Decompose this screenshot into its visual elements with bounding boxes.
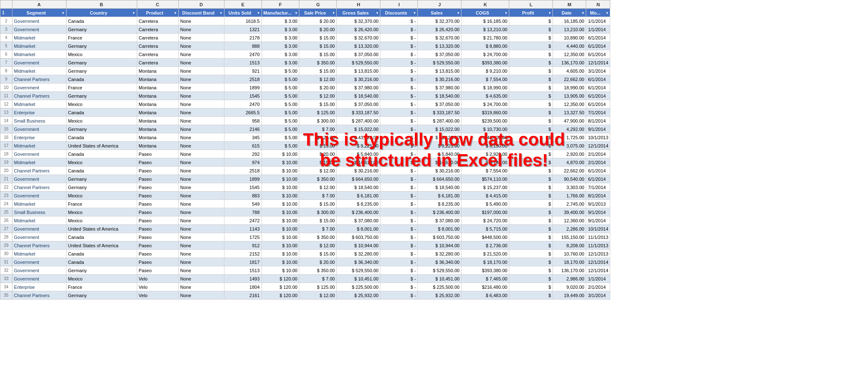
cell-5[interactable]: $ 5.00 — [261, 75, 299, 84]
cell-8[interactable]: $ - — [380, 125, 418, 133]
col-letter-F[interactable]: F — [261, 0, 299, 9]
cell-12[interactable]: 3,075.00 — [553, 142, 586, 150]
cell-13[interactable]: 6/1/2014 — [586, 84, 610, 92]
cell-10[interactable]: $ 18,170.00 — [461, 258, 509, 266]
cell-0[interactable]: Small Business — [12, 208, 66, 216]
cell-3[interactable]: None — [178, 250, 224, 258]
cell-2[interactable]: Montana — [137, 84, 178, 92]
cell-1[interactable]: Germany — [66, 183, 137, 192]
cell-10[interactable]: $ 2,920.00 — [461, 150, 509, 158]
cell-7[interactable]: $ 32,670.00 — [337, 34, 380, 42]
cell-8[interactable]: $ - — [380, 250, 418, 258]
cell-10[interactable]: $319,860.00 — [461, 108, 509, 117]
col-letter-I[interactable]: I — [380, 0, 418, 9]
cell-11[interactable]: $ — [509, 250, 553, 258]
cell-13[interactable]: 10/1/2013 — [586, 133, 610, 142]
cell-10[interactable]: $ 8,880.00 — [461, 42, 509, 50]
cell-13[interactable]: 6/1/2014 — [586, 92, 610, 100]
cell-7[interactable]: $ 5,840.00 — [337, 150, 380, 158]
cell-3[interactable]: None — [178, 183, 224, 192]
cell-0[interactable]: Enterprise — [12, 133, 66, 142]
cell-5[interactable]: $ 10.00 — [261, 192, 299, 200]
cell-13[interactable]: 8/1/2014 — [586, 192, 610, 200]
cell-4[interactable]: 2665.5 — [224, 108, 261, 117]
header-sales[interactable]: Sales — [418, 9, 461, 17]
cell-12[interactable]: 12,350.00 — [553, 50, 586, 59]
cell-6[interactable]: $ 125.00 — [299, 108, 337, 117]
cell-5[interactable]: $ 5.00 — [261, 117, 299, 125]
cell-7[interactable]: $ 37,980.00 — [337, 84, 380, 92]
cell-7[interactable]: $ 333,187.50 — [337, 108, 380, 117]
col-letter-M[interactable]: M — [553, 0, 586, 9]
cell-3[interactable]: None — [178, 125, 224, 133]
cell-4[interactable]: 974 — [224, 158, 261, 167]
cell-9[interactable]: $ 26,420.00 — [418, 25, 461, 34]
cell-11[interactable]: $ — [509, 84, 553, 92]
cell-12[interactable]: 18,990.00 — [553, 84, 586, 92]
cell-0[interactable]: Government — [12, 125, 66, 133]
cell-6[interactable]: $ 350.00 — [299, 59, 337, 67]
cell-4[interactable]: 1545 — [224, 183, 261, 192]
cell-9[interactable]: $ 225,500.00 — [418, 283, 461, 291]
cell-8[interactable]: $ - — [380, 158, 418, 167]
cell-2[interactable]: Paseo — [137, 216, 178, 225]
cell-9[interactable]: $ 36,340.00 — [418, 258, 461, 266]
cell-5[interactable]: $ 10.00 — [261, 158, 299, 167]
header-product[interactable]: Product — [137, 9, 178, 17]
cell-10[interactable]: $ 21,780.00 — [461, 34, 509, 42]
cell-5[interactable]: $ 5.00 — [261, 108, 299, 117]
cell-4[interactable]: 1321 — [224, 25, 261, 34]
cell-9[interactable]: $ 37,980.00 — [418, 84, 461, 92]
cell-5[interactable]: $ 10.00 — [261, 167, 299, 175]
cell-1[interactable]: Canada — [66, 108, 137, 117]
cell-8[interactable]: $ - — [380, 216, 418, 225]
cell-6[interactable]: $ 7.00 — [299, 192, 337, 200]
cell-5[interactable]: $ 10.00 — [261, 150, 299, 158]
cell-8[interactable]: $ - — [380, 67, 418, 75]
cell-7[interactable]: $ 32,280.00 — [337, 250, 380, 258]
header-mo[interactable]: Mo... — [586, 9, 610, 17]
cell-6[interactable]: $ 350.00 — [299, 233, 337, 241]
cell-3[interactable]: None — [178, 42, 224, 50]
cell-13[interactable]: 6/1/2014 — [586, 167, 610, 175]
cell-0[interactable]: Midmarket — [12, 250, 66, 258]
cell-3[interactable]: None — [178, 100, 224, 108]
cell-6[interactable]: $ 15.00 — [299, 200, 337, 208]
cell-7[interactable]: $ 36,340.00 — [337, 258, 380, 266]
cell-8[interactable]: $ - — [380, 117, 418, 125]
cell-9[interactable]: $ 8,001.00 — [418, 225, 461, 233]
cell-10[interactable]: $239,500.00 — [461, 117, 509, 125]
cell-8[interactable]: $ - — [380, 75, 418, 84]
cell-4[interactable]: 2470 — [224, 50, 261, 59]
cell-12[interactable]: 22,662.00 — [553, 167, 586, 175]
cell-11[interactable]: $ — [509, 75, 553, 84]
cell-5[interactable]: $ 5.00 — [261, 133, 299, 142]
cell-2[interactable]: Paseo — [137, 241, 178, 250]
cell-11[interactable]: $ — [509, 142, 553, 150]
cell-13[interactable]: 2/1/2014 — [586, 158, 610, 167]
cell-13[interactable]: 6/1/2014 — [586, 100, 610, 108]
cell-12[interactable]: 4,870.00 — [553, 158, 586, 167]
cell-2[interactable]: Paseo — [137, 258, 178, 266]
cell-13[interactable]: 9/1/2014 — [586, 216, 610, 225]
cell-4[interactable]: 1545 — [224, 92, 261, 100]
cell-4[interactable]: 1725 — [224, 233, 261, 241]
cell-8[interactable]: $ - — [380, 275, 418, 283]
cell-9[interactable]: $ 603,750.00 — [418, 233, 461, 241]
cell-13[interactable]: 2/1/2014 — [586, 283, 610, 291]
col-letter-B[interactable]: B — [66, 0, 137, 9]
header-manufacturing-price[interactable]: Manufactur... — [261, 9, 299, 17]
cell-1[interactable]: Mexico — [66, 117, 137, 125]
header-gross-sales[interactable]: Gross Sales — [337, 9, 380, 17]
cell-12[interactable]: 90,540.00 — [553, 175, 586, 183]
cell-6[interactable]: $ 12.00 — [299, 291, 337, 300]
cell-8[interactable]: $ - — [380, 142, 418, 150]
cell-2[interactable]: Carretera — [137, 34, 178, 42]
cell-2[interactable]: Paseo — [137, 233, 178, 241]
cell-9[interactable]: $ 10,944.00 — [418, 241, 461, 250]
cell-3[interactable]: None — [178, 108, 224, 117]
cell-11[interactable]: $ — [509, 34, 553, 42]
cell-13[interactable]: 7/1/2014 — [586, 183, 610, 192]
cell-8[interactable]: $ - — [380, 34, 418, 42]
cell-9[interactable]: $ 18,540.00 — [418, 183, 461, 192]
